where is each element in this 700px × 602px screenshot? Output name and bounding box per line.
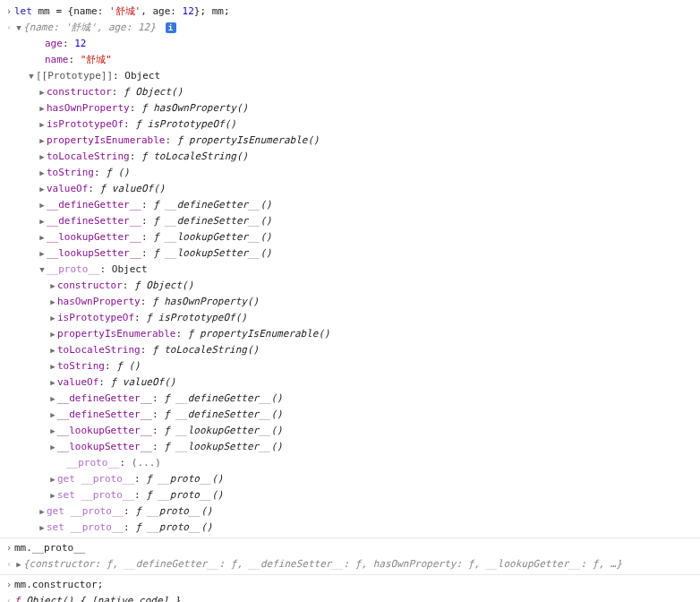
disclosure-triangle-icon[interactable] (48, 375, 57, 390)
prop-value: __proto__() (148, 505, 213, 517)
disclosure-triangle-icon[interactable] (48, 311, 57, 325)
tree-row[interactable]: constructor: ƒ Object() (0, 84, 700, 100)
disclosure-triangle-icon[interactable] (48, 295, 57, 309)
disclosure-triangle-icon[interactable] (38, 166, 47, 180)
accessor-prefix: get (47, 505, 71, 517)
tree-row[interactable]: toString: ƒ () (0, 165, 700, 181)
fn-symbol-icon: ƒ (164, 441, 175, 452)
disclosure-triangle-icon[interactable] (48, 279, 57, 293)
prop-key: isPrototypeOf (47, 118, 124, 130)
prop-value: toLocaleString() (153, 150, 248, 162)
console-output-row[interactable]: {name: '舒城', age: 12} i (0, 20, 700, 36)
disclosure-triangle-icon[interactable] (14, 21, 23, 35)
console-input-row[interactable]: mm.__proto__ (0, 538, 700, 556)
tree-row[interactable]: valueOf: ƒ valueOf() (0, 374, 700, 391)
tree-row[interactable]: toString: ƒ () (0, 358, 700, 374)
prototype-label: [[Prototype]] (36, 70, 113, 82)
tree-row[interactable]: isPrototypeOf: ƒ isPrototypeOf() (0, 310, 700, 326)
disclosure-triangle-icon[interactable] (48, 424, 57, 438)
input-marker-icon (4, 4, 14, 19)
object-preview: {constructor: ƒ, __defineGetter__: ƒ, __… (23, 558, 622, 570)
output-marker-icon (4, 21, 14, 35)
tree-row[interactable]: __defineSetter__: ƒ __defineSetter__() (0, 407, 700, 423)
tree-row[interactable]: valueOf: ƒ valueOf() (0, 181, 700, 197)
prop-key: __defineGetter__ (57, 392, 152, 404)
disclosure-triangle-icon[interactable] (38, 214, 47, 228)
tree-row[interactable]: __lookupGetter__: ƒ __lookupGetter__() (0, 423, 700, 439)
prop-value: propertyIsEnumerable() (200, 328, 330, 340)
tree-row-proto-inner[interactable]: __proto__: (...) (0, 455, 700, 471)
tree-row[interactable]: get __proto__: ƒ __proto__() (0, 471, 700, 487)
prop-value: valueOf() (123, 376, 176, 388)
tree-row[interactable]: get __proto__: ƒ __proto__() (0, 503, 700, 520)
tree-row[interactable]: __defineSetter__: ƒ __defineSetter__() (0, 213, 700, 229)
disclosure-triangle-icon[interactable] (27, 69, 36, 83)
disclosure-triangle-icon[interactable] (38, 246, 47, 261)
disclosure-triangle-icon[interactable] (38, 133, 47, 148)
proto-label: __proto__ (47, 263, 100, 275)
tree-row[interactable]: __lookupSetter__: ƒ __lookupSetter__() (0, 245, 700, 262)
prop-value: __lookupGetter__() (175, 425, 282, 436)
tree-row[interactable]: toLocaleString: ƒ toLocaleString() (0, 342, 700, 358)
tree-row[interactable]: __defineGetter__: ƒ __defineGetter__() (0, 391, 700, 407)
prop-value: __defineGetter__() (165, 199, 271, 211)
fn-symbol-icon: ƒ (153, 199, 165, 211)
disclosure-triangle-icon[interactable] (38, 520, 47, 535)
tree-row[interactable]: __lookupSetter__: ƒ __lookupSetter__() (0, 439, 700, 455)
tree-row[interactable]: __lookupGetter__: ƒ __lookupGetter__() (0, 229, 700, 245)
console-input-row[interactable]: mm.constructor; (0, 574, 700, 593)
disclosure-triangle-icon[interactable] (38, 150, 47, 164)
disclosure-triangle-icon[interactable] (48, 327, 57, 341)
prop-value: Object() (146, 280, 193, 291)
tree-row-proto[interactable]: __proto__: Object (0, 262, 700, 278)
fn-symbol-icon: ƒ (141, 102, 153, 114)
disclosure-triangle-icon[interactable] (48, 472, 57, 486)
fn-symbol-icon: ƒ (152, 344, 164, 356)
disclosure-triangle-icon[interactable] (38, 230, 47, 245)
tree-row[interactable]: set __proto__: ƒ __proto__() (0, 487, 700, 503)
prop-key: __defineSetter__ (57, 408, 152, 420)
prop-value: __lookupGetter__() (165, 231, 271, 243)
disclosure-triangle-icon[interactable] (48, 488, 57, 503)
tree-row[interactable]: set __proto__: ƒ __proto__() (0, 520, 700, 536)
prop-value: isPrototypeOf() (148, 118, 236, 130)
tree-row[interactable]: propertyIsEnumerable: ƒ propertyIsEnumer… (0, 133, 700, 149)
prop-key: __lookupGetter__ (47, 231, 141, 243)
console-output-row[interactable]: ƒ Object() { [native code] } (0, 593, 700, 602)
disclosure-triangle-icon[interactable] (38, 101, 47, 116)
disclosure-triangle-icon[interactable] (38, 117, 47, 132)
fn-symbol-icon: ƒ (164, 392, 175, 404)
tree-row[interactable]: toLocaleString: ƒ toLocaleString() (0, 149, 700, 165)
tree-row[interactable]: hasOwnProperty: ƒ hasOwnProperty() (0, 294, 700, 310)
tree-row-prototype[interactable]: [[Prototype]]: Object (0, 68, 700, 84)
tree-row[interactable]: isPrototypeOf: ƒ isPrototypeOf() (0, 116, 700, 133)
accessor-prefix: set (47, 521, 71, 533)
disclosure-triangle-icon[interactable] (38, 198, 47, 212)
disclosure-triangle-icon[interactable] (38, 182, 47, 196)
tree-row[interactable]: name: "舒城" (0, 52, 700, 68)
tree-row[interactable]: __defineGetter__: ƒ __defineGetter__() (0, 197, 700, 213)
disclosure-triangle-icon[interactable] (14, 557, 23, 572)
disclosure-triangle-icon[interactable] (48, 391, 57, 406)
prop-key: __lookupSetter__ (57, 441, 152, 452)
console-output-row[interactable]: {constructor: ƒ, __defineGetter__: ƒ, __… (0, 556, 700, 572)
disclosure-triangle-icon[interactable] (38, 262, 47, 277)
console-input-row[interactable]: let mm = {name: '舒城', age: 12}; mm; (0, 4, 700, 20)
disclosure-triangle-icon[interactable] (38, 504, 47, 519)
tree-row[interactable]: age: 12 (0, 36, 700, 52)
tree-row[interactable]: hasOwnProperty: ƒ hasOwnProperty() (0, 100, 700, 116)
fn-symbol-icon: ƒ (164, 408, 175, 420)
tree-row[interactable]: constructor: ƒ Object() (0, 278, 700, 294)
disclosure-triangle-icon[interactable] (48, 408, 57, 422)
info-badge-icon[interactable]: i (166, 22, 176, 33)
prop-key: toString (47, 167, 94, 178)
prop-key: __proto__ (71, 505, 124, 517)
disclosure-triangle-icon[interactable] (38, 85, 47, 99)
disclosure-triangle-icon[interactable] (48, 359, 57, 374)
disclosure-triangle-icon[interactable] (48, 343, 57, 357)
prop-value: "舒城" (81, 54, 112, 65)
prop-value: () (117, 167, 129, 178)
prop-key: hasOwnProperty (47, 102, 130, 114)
disclosure-triangle-icon[interactable] (48, 440, 57, 454)
tree-row[interactable]: propertyIsEnumerable: ƒ propertyIsEnumer… (0, 326, 700, 342)
